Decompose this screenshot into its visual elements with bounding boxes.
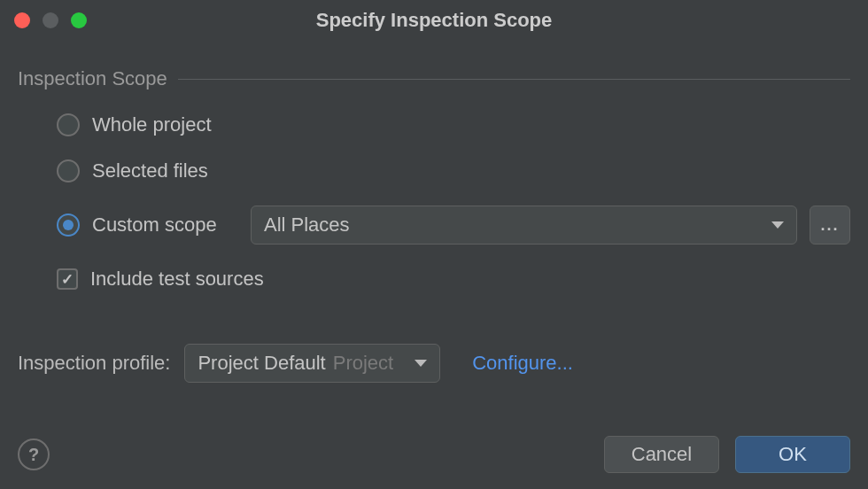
checkbox-label: Include test sources	[90, 268, 264, 291]
radio-label: Custom scope	[92, 213, 238, 237]
cancel-button[interactable]: Cancel	[604, 436, 719, 473]
radio-icon	[57, 159, 80, 182]
window-title: Specify Inspection Scope	[0, 0, 868, 41]
dropdown-value: Project Default	[198, 352, 325, 375]
close-window-button[interactable]	[14, 12, 30, 28]
radio-label: Whole project	[92, 113, 212, 136]
traffic-lights	[14, 12, 87, 28]
ok-button[interactable]: OK	[735, 436, 850, 473]
chevron-down-icon	[415, 360, 427, 367]
dropdown-sub-value: Project	[333, 352, 393, 375]
maximize-window-button[interactable]	[71, 12, 87, 28]
radio-label: Selected files	[92, 159, 208, 182]
checkbox-icon	[57, 268, 78, 290]
minimize-window-button[interactable]	[43, 12, 58, 28]
inspection-profile-dropdown[interactable]: Project Default Project	[184, 344, 440, 383]
radio-custom-scope[interactable]	[57, 213, 80, 237]
divider	[178, 79, 850, 80]
radio-icon	[57, 113, 80, 136]
custom-scope-dropdown[interactable]: All Places	[251, 206, 797, 244]
chevron-down-icon	[771, 221, 784, 229]
more-scopes-button[interactable]: ...	[810, 206, 850, 244]
section-header: Inspection Scope	[18, 67, 850, 90]
dropdown-value: All Places	[264, 213, 350, 237]
include-test-sources-checkbox[interactable]: Include test sources	[57, 268, 850, 291]
radio-selected-files[interactable]: Selected files	[57, 159, 850, 182]
inspection-profile-label: Inspection profile:	[18, 352, 170, 375]
configure-link[interactable]: Configure...	[472, 352, 573, 375]
radio-whole-project[interactable]: Whole project	[57, 113, 850, 136]
section-title: Inspection Scope	[18, 67, 167, 90]
help-button[interactable]: ?	[18, 439, 50, 470]
